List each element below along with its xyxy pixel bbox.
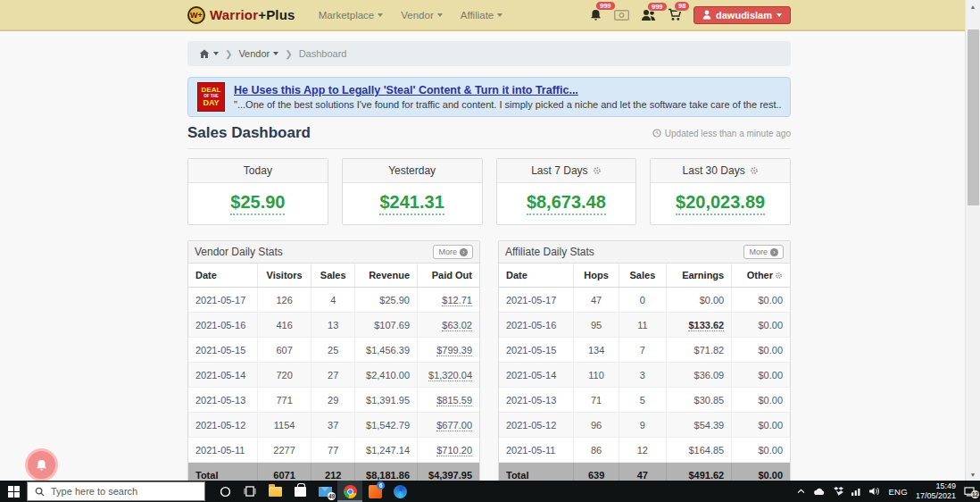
chrome-icon <box>344 485 357 498</box>
network-signal-icon[interactable] <box>851 488 861 496</box>
payments-money-icon[interactable] <box>614 10 629 21</box>
menu-affiliate[interactable]: Affiliate <box>453 4 511 26</box>
users-badge: 999 <box>647 2 668 13</box>
stat-value-link[interactable]: $8,673.48 <box>527 192 606 215</box>
stat-label: Yesterday <box>388 164 436 177</box>
table-row: 2021-05-171264$25.90$12.71 <box>188 288 479 313</box>
breadcrumb-home[interactable] <box>199 49 219 59</box>
table-cell-link[interactable]: $12.71 <box>418 288 480 313</box>
table-cell-link[interactable]: $677.00 <box>418 413 480 438</box>
table-row: 2021-05-13715$30.85$0.00 <box>499 388 790 413</box>
table-cell: 9 <box>619 413 667 438</box>
file-explorer-button[interactable] <box>262 481 287 502</box>
username-label: dawudislam <box>716 10 772 21</box>
table-cell: $71.82 <box>666 338 732 363</box>
table-cell: 13 <box>311 313 355 338</box>
table-row: 2021-05-1472027$2,410.00$1,320.04 <box>188 363 479 388</box>
table-row: 2021-05-1641613$107.69$63.02 <box>188 313 479 338</box>
mail-unread-badge: 49 <box>328 492 336 500</box>
table-cell: 2021-05-11 <box>188 438 257 463</box>
stat-value-link[interactable]: $241.31 <box>379 192 444 215</box>
taskbar-search-input[interactable]: Type here to search <box>27 481 205 501</box>
stat-value-link[interactable]: $25.90 <box>230 192 285 215</box>
table-cell: 37 <box>311 413 355 438</box>
warriorplus-logo[interactable]: W+ Warrior+Plus <box>187 6 295 24</box>
notifications-bell-icon[interactable]: 999 <box>589 8 602 22</box>
cart-icon[interactable]: 98 <box>668 8 682 21</box>
orange-app-button[interactable]: 6 <box>362 481 387 502</box>
col-hops: Hops <box>574 264 619 288</box>
mail-button[interactable]: 49 <box>312 481 337 502</box>
table-cell: $0.00 <box>732 338 790 363</box>
table-cell: 95 <box>574 313 619 338</box>
push-notification-bell-button[interactable] <box>25 448 58 481</box>
table-cell: 416 <box>257 313 311 338</box>
vendor-table-header-row: Date Visitors Sales Revenue Paid Out <box>188 264 479 288</box>
bell-badge: 999 <box>595 1 616 12</box>
table-cell: 134 <box>574 338 619 363</box>
affiliate-table-title: Affiliate Daily Stats <box>505 246 594 258</box>
col-other: Other <box>732 264 790 288</box>
breadcrumb-separator: ❯ <box>285 49 292 59</box>
microsoft-store-button[interactable] <box>287 481 312 502</box>
gear-icon[interactable] <box>750 166 759 175</box>
table-row: 2021-05-151347$71.82$0.00 <box>499 338 790 363</box>
scroll-down-arrow[interactable]: ▼ <box>966 468 980 481</box>
breadcrumb-vendor[interactable]: Vendor <box>238 48 278 59</box>
menu-vendor[interactable]: Vendor <box>394 4 449 26</box>
action-center-button[interactable]: 12 <box>964 487 975 497</box>
windows-taskbar: Type here to search 49 6 <box>0 481 980 502</box>
home-icon <box>199 49 210 59</box>
table-cell: 27 <box>311 363 355 388</box>
table-cell: 29 <box>311 388 355 413</box>
table-cell: 11 <box>619 313 667 338</box>
table-cell: $54.39 <box>666 413 732 438</box>
table-cell: $25.90 <box>355 288 418 313</box>
taskbar-clock[interactable]: 15:49 17/05/2021 <box>916 481 956 501</box>
user-account-button[interactable]: dawudislam <box>693 6 791 24</box>
person-icon <box>702 10 711 20</box>
vendor-more-button[interactable]: More› <box>433 245 473 259</box>
table-cell-link[interactable]: $799.39 <box>418 338 480 363</box>
deal-headline-link[interactable]: He Uses this App to Legally 'Steal' Cont… <box>234 84 781 96</box>
gear-icon[interactable] <box>593 166 602 175</box>
language-indicator[interactable]: ENG <box>888 487 908 497</box>
table-cell: 2021-05-17 <box>188 288 257 313</box>
logo-badge-icon: W+ <box>187 6 205 24</box>
main-menu: Marketplace Vendor Affiliate <box>311 4 511 26</box>
stat-value-link[interactable]: $20,023.89 <box>676 192 765 215</box>
start-button[interactable] <box>0 481 27 502</box>
table-cell: 2021-05-12 <box>188 413 257 438</box>
affiliate-more-button[interactable]: More› <box>743 245 784 259</box>
top-navbar: W+ Warrior+Plus Marketplace Vendor Affil… <box>0 0 980 31</box>
onedrive-cloud-icon[interactable] <box>813 488 826 496</box>
tray-date: 17/05/2021 <box>916 491 956 501</box>
menu-marketplace[interactable]: Marketplace <box>311 4 391 26</box>
table-cell-link[interactable]: $63.02 <box>418 313 480 338</box>
table-cell: $0.00 <box>732 313 790 338</box>
chrome-button[interactable] <box>337 481 362 502</box>
cortana-button[interactable] <box>212 481 237 502</box>
table-cell: 2021-05-15 <box>188 338 257 363</box>
affiliates-users-icon[interactable]: 999 <box>641 9 656 21</box>
table-cell-link[interactable]: $815.59 <box>418 388 480 413</box>
task-view-icon <box>244 486 256 497</box>
table-cell: 25 <box>311 338 355 363</box>
table-cell-link[interactable]: $133.62 <box>666 313 732 338</box>
gear-icon[interactable] <box>775 272 783 280</box>
table-row: 2021-05-17470$0.00$0.00 <box>499 288 790 313</box>
dropbox-icon[interactable] <box>834 487 843 496</box>
table-cell-link[interactable]: $1,320.04 <box>418 363 480 388</box>
tray-chevron-up-icon[interactable] <box>797 489 805 494</box>
browser-scrollbar[interactable]: ▲ ▼ <box>965 0 980 481</box>
table-cell: 2021-05-13 <box>499 388 574 413</box>
volume-speaker-icon[interactable] <box>869 487 880 496</box>
scrollbar-thumb[interactable] <box>968 29 979 205</box>
table-cell-link[interactable]: $710.20 <box>418 438 480 463</box>
edge-button[interactable] <box>387 481 412 502</box>
task-view-button[interactable] <box>237 481 262 502</box>
table-cell: 47 <box>574 288 619 313</box>
table-cell: 7 <box>619 338 667 363</box>
scroll-up-arrow[interactable]: ▲ <box>966 0 980 13</box>
windows-logo-icon <box>8 486 20 498</box>
